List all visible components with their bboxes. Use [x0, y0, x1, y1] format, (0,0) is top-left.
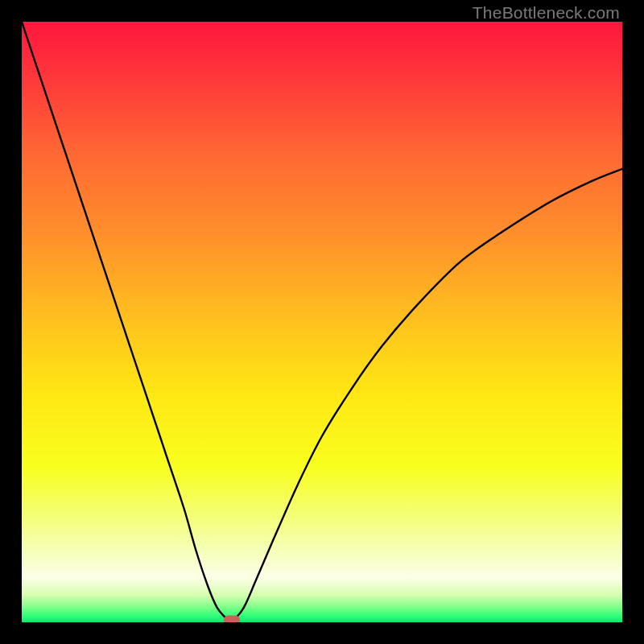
plot-area [22, 22, 622, 622]
optimal-point-marker [224, 616, 240, 622]
watermark-text: TheBottleneck.com [473, 3, 620, 23]
bottleneck-curve [22, 22, 622, 622]
